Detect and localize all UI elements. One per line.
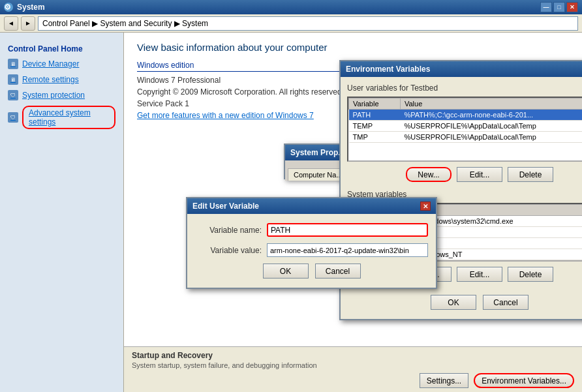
user-variables-table: Variable Value PATH %PATH%;C:\gcc-arm-no…: [348, 98, 582, 143]
sidebar-item-device-manager[interactable]: 🖥 Device Manager: [0, 56, 123, 72]
startup-desc: System startup, system failure, and debu…: [132, 361, 574, 369]
sys-delete-button[interactable]: Delete: [508, 267, 553, 282]
sidebar-item-remote-settings[interactable]: 🖥 Remote settings: [0, 72, 123, 87]
edit-var-cancel-button[interactable]: Cancel: [315, 264, 361, 279]
user-row-2-val: %USERPROFILE%\AppData\Local\Temp: [400, 132, 582, 143]
sidebar-item-advanced-settings[interactable]: 🛡 Advanced system settings: [0, 103, 123, 132]
device-manager-label: Device Manager: [22, 59, 79, 68]
table-row[interactable]: TEMP %USERPROFILE%\AppData\Local\Temp: [349, 121, 583, 132]
edit-var-title: Edit User Variable ✕: [187, 198, 436, 214]
env-dialog-title: Environment Variables ✕: [341, 61, 582, 77]
edit-var-content: Variable name: Variable value: OK Cancel: [187, 214, 436, 288]
user-row-2-var: TMP: [349, 132, 401, 143]
user-section-label: User variables for Testbed: [347, 83, 582, 93]
sidebar: Control Panel Home 🖥 Device Manager 🖥 Re…: [0, 33, 124, 392]
table-row[interactable]: PATH %PATH%;C:\gcc-arm-none-eabi-6-201..…: [349, 110, 583, 121]
content-area: View basic information about your comput…: [124, 33, 582, 392]
variable-name-input[interactable]: [267, 223, 428, 237]
remote-settings-label: Remote settings: [22, 75, 79, 84]
address-path[interactable]: Control Panel ▶ System and Security ▶ Sy…: [38, 16, 578, 31]
user-col-value: Value: [400, 98, 582, 110]
system-protection-icon: 🛡: [8, 90, 18, 100]
device-manager-icon: 🖥: [8, 59, 18, 69]
content-title: View basic information about your comput…: [137, 42, 569, 53]
advanced-settings-icon: 🛡: [8, 112, 18, 123]
environment-variables-button[interactable]: Environment Variables...: [474, 373, 574, 388]
variable-value-row: Variable value:: [195, 243, 428, 257]
user-new-button[interactable]: New...: [406, 167, 452, 182]
dialog-backdrop: System Prop... ✕ Computer Na... Environm…: [124, 33, 582, 392]
user-row-0-var: PATH: [349, 110, 401, 121]
env-ok-button[interactable]: OK: [431, 295, 476, 310]
variable-name-row: Variable name:: [195, 223, 428, 237]
minimize-button[interactable]: —: [540, 2, 552, 12]
env-ok-row: OK Cancel: [347, 290, 582, 312]
env-cancel-button[interactable]: Cancel: [483, 295, 528, 310]
system-protection-label: System protection: [22, 91, 85, 100]
main-container: Control Panel Home 🖥 Device Manager 🖥 Re…: [0, 33, 582, 392]
settings-button[interactable]: Settings...: [420, 373, 468, 388]
edit-var-close-button[interactable]: ✕: [420, 202, 431, 211]
window-icon: ⚙: [4, 3, 13, 12]
startup-section: Startup and Recovery System startup, sys…: [124, 346, 582, 392]
window-title: System: [17, 3, 45, 12]
user-variables-table-container[interactable]: Variable Value PATH %PATH%;C:\gcc-arm-no…: [347, 97, 582, 162]
user-buttons-row: New... Edit... Delete: [347, 167, 582, 182]
edit-var-buttons: OK Cancel: [195, 264, 428, 279]
table-row[interactable]: TMP %USERPROFILE%\AppData\Local\Temp: [349, 132, 583, 143]
user-edit-button[interactable]: Edit...: [457, 167, 502, 182]
back-button[interactable]: ◄: [4, 16, 18, 31]
user-row-0-val: %PATH%;C:\gcc-arm-none-eabi-6-201...: [400, 110, 582, 121]
edit-user-variable-dialog[interactable]: Edit User Variable ✕ Variable name: Vari…: [186, 197, 437, 289]
address-text: Control Panel ▶ System and Security ▶ Sy…: [42, 19, 208, 28]
maximize-button[interactable]: □: [553, 2, 565, 12]
window-title-bar: ⚙ System — □ ✕: [0, 0, 582, 14]
sys-edit-button[interactable]: Edit...: [457, 267, 502, 282]
startup-label: Startup and Recovery: [132, 351, 574, 360]
advanced-settings-label: Advanced system settings: [22, 106, 115, 129]
address-bar: ◄ ► Control Panel ▶ System and Security …: [0, 14, 582, 33]
variable-value-label: Variable value:: [195, 246, 267, 255]
user-col-variable: Variable: [349, 98, 401, 110]
forward-button[interactable]: ►: [21, 16, 35, 31]
sidebar-header: Control Panel Home: [0, 39, 123, 56]
close-button[interactable]: ✕: [566, 2, 578, 12]
variable-name-label: Variable name:: [195, 226, 267, 235]
window-controls: — □ ✕: [540, 2, 578, 12]
variable-value-input[interactable]: [267, 243, 428, 257]
sidebar-item-system-protection[interactable]: 🛡 System protection: [0, 87, 123, 103]
user-row-1-var: TEMP: [349, 121, 401, 132]
user-row-1-val: %USERPROFILE%\AppData\Local\Temp: [400, 121, 582, 132]
user-delete-button[interactable]: Delete: [508, 167, 553, 182]
edit-var-ok-button[interactable]: OK: [263, 264, 309, 279]
remote-settings-icon: 🖥: [8, 74, 18, 85]
